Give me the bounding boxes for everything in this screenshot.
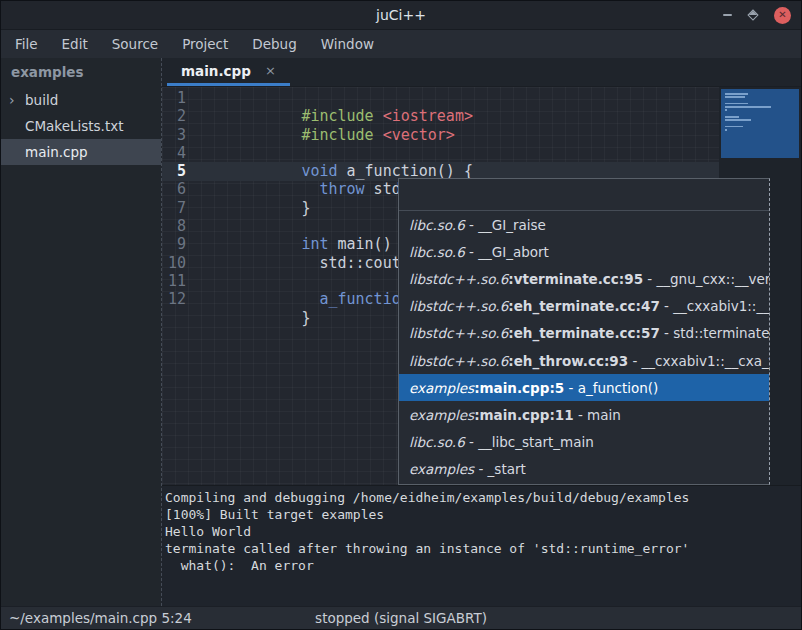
line-number: 8 <box>162 217 191 235</box>
terminal-line: what(): An error <box>165 557 801 574</box>
tree-item-label: build <box>25 92 58 108</box>
line-number: 3 <box>162 126 191 144</box>
line-number: 10 <box>162 254 191 272</box>
backtrace-item[interactable]: libstdc++.so.6:eh_terminate.cc:47 - __cx… <box>399 293 769 320</box>
status-debug-state: stopped (signal SIGABRT) <box>315 607 487 629</box>
terminal-line: Hello World <box>165 523 801 540</box>
tab-close-icon[interactable]: × <box>265 63 276 78</box>
minimap-code-line <box>725 106 771 108</box>
minimize-icon[interactable] <box>723 14 732 16</box>
line-number-gutter: 1 2 3 4 5 6 7 8 9 10 11 12 <box>162 89 191 309</box>
popup-search-entry[interactable] <box>399 179 769 211</box>
minimap-code-line <box>725 116 739 118</box>
close-icon[interactable]: ✕ <box>774 7 791 24</box>
menu-edit[interactable]: Edit <box>58 36 92 52</box>
tree-item-cmakelists[interactable]: CMakeLists.txt <box>1 113 161 139</box>
output-terminal[interactable]: Compiling and debugging /home/eidheim/ex… <box>162 485 801 606</box>
titlebar[interactable]: juCi++ ✕ <box>1 1 801 30</box>
tree-item-label: main.cpp <box>25 144 88 160</box>
tab-label: main.cpp <box>181 63 251 79</box>
line-number: 2 <box>162 107 191 125</box>
minimap-code-line <box>725 93 748 95</box>
backtrace-popup: libc.so.6 - __GI_raise libc.so.6 - __GI_… <box>398 178 770 485</box>
line-number: 11 <box>162 272 191 290</box>
backtrace-item[interactable]: examples - _start <box>399 456 769 483</box>
tabbar: main.cpp × <box>162 58 801 87</box>
code-editor[interactable]: 1 2 3 4 5 6 7 8 9 10 11 12 #include <ios… <box>162 87 801 485</box>
menu-project[interactable]: Project <box>178 36 232 52</box>
menu-window[interactable]: Window <box>317 36 378 52</box>
backtrace-item[interactable]: libc.so.6 - __GI_abort <box>399 238 769 265</box>
line-number: 6 <box>162 180 191 198</box>
minimap-code-line <box>725 119 751 121</box>
window-controls: ✕ <box>723 1 791 29</box>
minimap-slider[interactable] <box>721 89 799 158</box>
project-name: examples <box>1 58 161 87</box>
tree-item-build[interactable]: › build <box>1 87 161 113</box>
terminal-line: Compiling and debugging /home/eidheim/ex… <box>165 489 801 506</box>
main-area: examples › build CMakeLists.txt main.cpp… <box>1 58 801 606</box>
menubar: File Edit Source Project Debug Window <box>1 30 801 58</box>
line-number: 7 <box>162 199 191 217</box>
backtrace-item[interactable]: libstdc++.so.6:eh_throw.cc:93 - __cxxabi… <box>399 347 769 374</box>
line-number: 12 <box>162 290 191 308</box>
backtrace-item[interactable]: libstdc++.so.6:eh_terminate.cc:57 - std:… <box>399 320 769 347</box>
chevron-right-icon[interactable]: › <box>9 87 15 113</box>
tab-maincpp[interactable]: main.cpp × <box>167 58 290 86</box>
terminal-line: [100%] Built target examples <box>165 506 801 523</box>
line-number: 9 <box>162 235 191 253</box>
status-file-position: ~/examples/main.cpp 5:24 <box>9 607 192 629</box>
tree-item-maincpp[interactable]: main.cpp <box>1 139 161 165</box>
tree-item-label: CMakeLists.txt <box>25 118 124 134</box>
minimap-code-line <box>725 96 745 98</box>
backtrace-item[interactable]: libstdc++.so.6:vterminate.cc:95 - __gnu_… <box>399 265 769 292</box>
minimap-code-line <box>725 109 727 111</box>
line-number: 1 <box>162 89 191 107</box>
terminal-line: terminate called after throwing an insta… <box>165 540 801 557</box>
minimap-code-line <box>725 126 743 128</box>
statusbar: ~/examples/main.cpp 5:24 stopped (signal… <box>1 606 801 629</box>
menu-file[interactable]: File <box>11 36 42 52</box>
menu-debug[interactable]: Debug <box>248 36 300 52</box>
window-title: juCi++ <box>1 1 801 29</box>
file-tree: examples › build CMakeLists.txt main.cpp <box>1 58 161 606</box>
backtrace-item[interactable]: libc.so.6 - __libc_start_main <box>399 429 769 456</box>
minimap-code-line <box>725 129 727 131</box>
backtrace-item[interactable]: libc.so.6 - __GI_raise <box>399 211 769 238</box>
menu-source[interactable]: Source <box>108 36 162 52</box>
backtrace-item-selected[interactable]: examples:main.cpp:5 - a_function() <box>399 374 769 401</box>
line-number-current: 5 <box>162 162 191 180</box>
line-number: 4 <box>162 144 191 162</box>
app-window: juCi++ ✕ File Edit Source Project Debug … <box>0 0 802 630</box>
editor-pane: main.cpp × 1 2 3 4 5 6 7 8 9 10 <box>161 58 801 606</box>
backtrace-item[interactable]: examples:main.cpp:11 - main <box>399 401 769 428</box>
restore-icon[interactable] <box>747 9 758 20</box>
minimap-code-line <box>725 103 748 105</box>
code-line: #include <iostream> <box>193 89 656 107</box>
